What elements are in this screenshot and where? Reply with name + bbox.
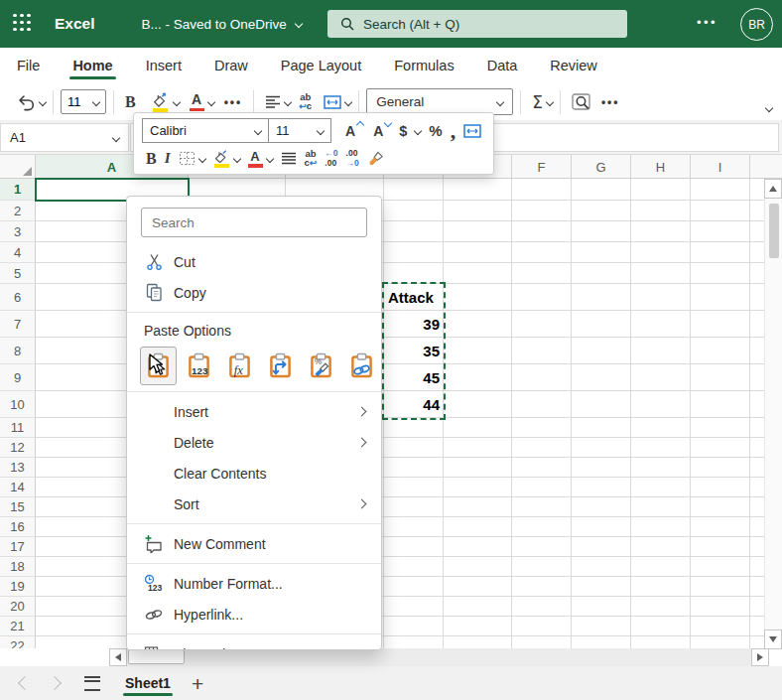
- row-header-17[interactable]: 17: [0, 537, 36, 557]
- vertical-scrollbar[interactable]: [764, 179, 782, 649]
- scroll-down-button[interactable]: [764, 630, 782, 649]
- mini-fill-color-button[interactable]: [213, 150, 230, 168]
- row-header-3[interactable]: 3: [0, 221, 36, 242]
- grow-font-button[interactable]: A: [345, 123, 355, 139]
- mini-align-button[interactable]: [281, 152, 297, 165]
- paste-button[interactable]: [140, 347, 177, 385]
- paste-formulas-button[interactable]: fx: [221, 347, 258, 385]
- vertical-scroll-thumb[interactable]: [769, 204, 779, 258]
- tab-file[interactable]: File: [17, 48, 40, 83]
- align-menu-icon[interactable]: [284, 97, 292, 105]
- increase-decimal-button[interactable]: .00 →0: [346, 149, 359, 169]
- name-box[interactable]: A1: [0, 123, 129, 152]
- mini-italic-button[interactable]: I: [165, 150, 171, 167]
- row-header-14[interactable]: 14: [0, 478, 36, 497]
- wrap-text-button[interactable]: ab ↩c: [299, 92, 312, 112]
- font-color-menu-icon[interactable]: [206, 97, 214, 105]
- avatar[interactable]: BR: [740, 8, 773, 41]
- column-header-G[interactable]: G: [572, 155, 631, 179]
- menu-item-copy[interactable]: Copy: [127, 277, 381, 308]
- tab-formulas[interactable]: Formulas: [394, 48, 454, 83]
- app-launcher-icon[interactable]: [13, 14, 34, 35]
- row-header-21[interactable]: 21: [0, 617, 36, 636]
- paste-transpose-button[interactable]: [262, 347, 299, 385]
- menu-item-clear-contents[interactable]: Clear Contents: [127, 458, 381, 489]
- tab-review[interactable]: Review: [550, 48, 597, 83]
- column-header-H[interactable]: H: [631, 155, 691, 179]
- mini-font-color-button[interactable]: A: [248, 150, 263, 168]
- currency-format-button[interactable]: $: [399, 123, 407, 139]
- more-font-options-icon[interactable]: •••: [224, 95, 243, 109]
- row-header-22[interactable]: 22: [0, 636, 36, 648]
- paste-values-button[interactable]: 123: [181, 347, 217, 385]
- undo-menu-icon[interactable]: [39, 97, 47, 105]
- row-header-18[interactable]: 18: [0, 557, 36, 577]
- align-button[interactable]: [265, 95, 281, 109]
- borders-menu-icon[interactable]: [197, 154, 205, 162]
- tab-home[interactable]: Home: [72, 48, 112, 83]
- row-header-2[interactable]: 2: [0, 201, 36, 221]
- fill-color-menu-icon[interactable]: [172, 97, 180, 105]
- fill-color-button[interactable]: [152, 92, 170, 112]
- row-header-12[interactable]: 12: [0, 438, 36, 458]
- row-header-4[interactable]: 4: [0, 242, 36, 263]
- all-sheets-menu-icon[interactable]: [84, 676, 100, 691]
- mini-font-size-select[interactable]: 11: [269, 119, 330, 142]
- document-title[interactable]: B... - Saved to OneDrive: [142, 17, 302, 32]
- row-header-11[interactable]: 11: [0, 418, 36, 438]
- find-button[interactable]: [572, 92, 593, 112]
- comma-format-button[interactable]: ,: [451, 125, 456, 136]
- column-header-partial[interactable]: [750, 155, 782, 179]
- bold-button[interactable]: B: [125, 93, 136, 111]
- horizontal-scroll-thumb[interactable]: [128, 649, 185, 664]
- menu-item-insert[interactable]: Insert: [127, 396, 381, 427]
- search-input[interactable]: Search (Alt + Q): [327, 10, 627, 38]
- mini-bold-button[interactable]: B: [146, 150, 157, 168]
- currency-menu-icon[interactable]: [414, 126, 422, 134]
- menu-item-number-format[interactable]: 123Number Format...: [127, 568, 381, 599]
- mini-fill-menu-icon[interactable]: [232, 154, 240, 162]
- column-header-F[interactable]: F: [512, 155, 572, 179]
- row-header-5[interactable]: 5: [0, 263, 36, 284]
- previous-sheet-icon[interactable]: [18, 676, 32, 690]
- decrease-decimal-button[interactable]: ←0 .00: [325, 149, 337, 169]
- format-painter-button[interactable]: [367, 150, 386, 167]
- merge-cells-button[interactable]: [324, 95, 341, 109]
- column-header-I[interactable]: I: [691, 155, 750, 179]
- tab-draw[interactable]: Draw: [214, 48, 248, 83]
- next-sheet-icon[interactable]: [48, 676, 62, 690]
- context-menu-search[interactable]: [141, 208, 367, 237]
- mini-merge-button[interactable]: [463, 124, 481, 138]
- scroll-left-button[interactable]: [109, 648, 127, 666]
- shrink-font-button[interactable]: A: [373, 123, 383, 139]
- row-header-10[interactable]: 10: [0, 391, 36, 418]
- autosum-button[interactable]: Σ: [532, 92, 543, 112]
- add-sheet-button[interactable]: +: [192, 673, 203, 694]
- mini-wrap-text-button[interactable]: ab c↩: [305, 149, 318, 169]
- row-header-15[interactable]: 15: [0, 497, 36, 517]
- sheet-tab-sheet1[interactable]: Sheet1: [112, 666, 184, 700]
- paste-formatting-button[interactable]: %: [303, 347, 339, 385]
- row-header-16[interactable]: 16: [0, 517, 36, 537]
- mini-font-color-menu-icon[interactable]: [265, 154, 273, 162]
- scroll-up-button[interactable]: [764, 179, 782, 199]
- row-header-1[interactable]: 1: [0, 179, 36, 201]
- number-format-select[interactable]: General: [366, 88, 513, 115]
- menu-item-show-changes[interactable]: Show Changes: [127, 638, 381, 650]
- paste-link-button[interactable]: [343, 347, 380, 385]
- horizontal-scrollbar[interactable]: [109, 648, 769, 666]
- row-header-13[interactable]: 13: [0, 458, 36, 478]
- menu-item-hyperlink[interactable]: Hyperlink...: [127, 599, 381, 630]
- font-size-select[interactable]: 11: [61, 89, 106, 114]
- tab-page-layout[interactable]: Page Layout: [281, 48, 361, 83]
- scroll-right-button[interactable]: [751, 648, 769, 666]
- more-options-icon[interactable]: •••: [697, 15, 717, 30]
- row-header-19[interactable]: 19: [0, 577, 36, 597]
- font-color-button[interactable]: A: [190, 92, 204, 111]
- percent-format-button[interactable]: %: [429, 122, 442, 139]
- borders-button[interactable]: [179, 151, 196, 166]
- menu-item-sort[interactable]: Sort: [127, 489, 381, 519]
- select-all-corner[interactable]: [0, 155, 36, 179]
- row-header-6[interactable]: 6: [0, 284, 36, 311]
- row-header-9[interactable]: 9: [0, 364, 36, 391]
